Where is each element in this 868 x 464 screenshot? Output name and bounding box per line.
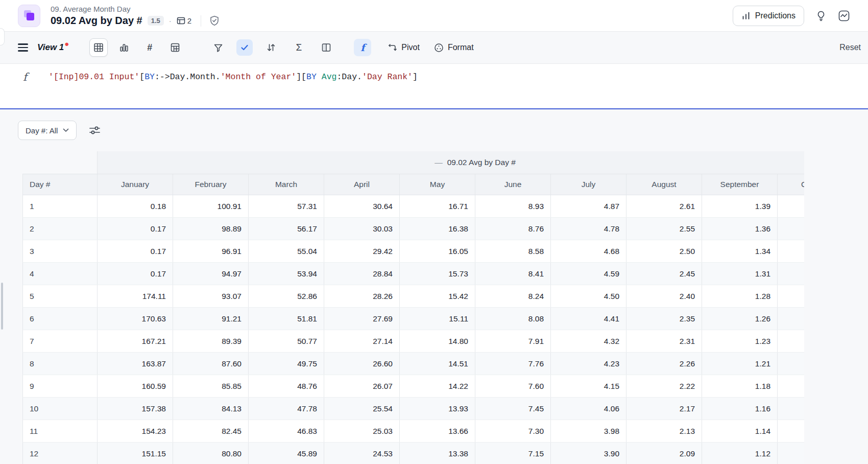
data-cell[interactable]: 1.21 — [702, 353, 778, 375]
data-cell[interactable]: 14.80 — [400, 330, 475, 352]
data-cell[interactable]: 2.35 — [626, 308, 702, 330]
table-view-button[interactable] — [89, 38, 108, 57]
data-cell[interactable]: 2.22 — [626, 375, 702, 397]
data-cell[interactable] — [778, 263, 804, 285]
data-cell[interactable]: 85.85 — [173, 375, 249, 397]
data-cell[interactable]: 4.50 — [551, 285, 626, 307]
data-cell[interactable]: 0.17 — [98, 218, 173, 240]
data-cell[interactable]: 8.41 — [475, 263, 551, 285]
data-cell[interactable]: 4.15 — [551, 375, 626, 397]
data-cell[interactable]: 3.98 — [551, 420, 626, 442]
data-cell[interactable]: 24.53 — [324, 443, 400, 464]
number-view-button[interactable]: # — [140, 38, 159, 57]
row-label-cell[interactable]: 1 — [23, 195, 98, 217]
app-logo[interactable] — [18, 5, 40, 27]
data-cell[interactable]: 7.30 — [475, 420, 551, 442]
formula-text[interactable]: '[Inp]09.01 Input'[BY:->Day.Month.'Month… — [49, 71, 418, 84]
data-cell[interactable]: 26.07 — [324, 375, 400, 397]
data-cell[interactable]: 0.18 — [98, 195, 173, 217]
data-cell[interactable]: 2.40 — [626, 285, 702, 307]
data-cell[interactable]: 2.09 — [626, 443, 702, 464]
data-cell[interactable]: 7.76 — [475, 353, 551, 375]
data-cell[interactable]: 4.68 — [551, 240, 626, 262]
data-cell[interactable]: 15.42 — [400, 285, 475, 307]
row-label-cell[interactable]: 12 — [23, 443, 98, 464]
data-cell[interactable]: 8.24 — [475, 285, 551, 307]
vertical-scrollbar[interactable] — [1, 283, 3, 330]
column-header-day[interactable]: Day # — [23, 174, 98, 195]
data-cell[interactable]: 2.26 — [626, 353, 702, 375]
data-cell[interactable]: 4.78 — [551, 218, 626, 240]
data-cell[interactable]: 15.11 — [400, 308, 475, 330]
data-cell[interactable]: 167.21 — [98, 330, 173, 352]
data-cell[interactable]: 91.21 — [173, 308, 249, 330]
column-header-month[interactable]: April — [324, 174, 400, 195]
data-cell[interactable]: 96.91 — [173, 240, 249, 262]
row-label-cell[interactable]: 9 — [23, 375, 98, 397]
data-cell[interactable] — [778, 218, 804, 240]
data-cell[interactable]: 151.15 — [98, 443, 173, 464]
reset-button[interactable]: Reset — [839, 43, 862, 52]
view-selector[interactable]: View 1● — [37, 42, 69, 53]
tune-sliders-icon[interactable] — [89, 125, 101, 136]
column-header-month[interactable]: September — [702, 174, 778, 195]
data-cell[interactable]: 27.14 — [324, 330, 400, 352]
column-header-month[interactable]: January — [98, 174, 173, 195]
data-cell[interactable]: 1.39 — [702, 195, 778, 217]
data-cell[interactable]: 50.77 — [249, 330, 324, 352]
data-cell[interactable]: 4.06 — [551, 398, 626, 420]
data-cell[interactable]: 30.03 — [324, 218, 400, 240]
column-header-month[interactable]: August — [626, 174, 702, 195]
data-cell[interactable]: 4.59 — [551, 263, 626, 285]
row-label-cell[interactable]: 3 — [23, 240, 98, 262]
data-cell[interactable]: 45.89 — [249, 443, 324, 464]
data-cell[interactable] — [778, 240, 804, 262]
data-cell[interactable]: 2.61 — [626, 195, 702, 217]
applied-check-icon[interactable] — [236, 39, 253, 56]
data-cell[interactable]: 46.83 — [249, 420, 324, 442]
row-label-cell[interactable]: 2 — [23, 218, 98, 240]
data-cell[interactable]: 25.54 — [324, 398, 400, 420]
activity-icon[interactable] — [838, 10, 850, 22]
data-cell[interactable]: 87.60 — [173, 353, 249, 375]
data-cell[interactable] — [778, 398, 804, 420]
column-header-month[interactable]: May — [400, 174, 475, 195]
data-cell[interactable]: 7.45 — [475, 398, 551, 420]
data-cell[interactable]: 157.38 — [98, 398, 173, 420]
column-header-month[interactable]: February — [173, 174, 249, 195]
data-cell[interactable]: 1.12 — [702, 443, 778, 464]
data-cell[interactable] — [778, 285, 804, 307]
data-cell[interactable]: 93.07 — [173, 285, 249, 307]
data-cell[interactable]: 2.13 — [626, 420, 702, 442]
data-cell[interactable] — [778, 443, 804, 464]
data-cell[interactable]: 15.73 — [400, 263, 475, 285]
row-label-cell[interactable]: 8 — [23, 353, 98, 375]
data-cell[interactable]: 1.34 — [702, 240, 778, 262]
column-header-month[interactable]: March — [249, 174, 324, 195]
column-header-month[interactable]: October — [778, 174, 804, 195]
data-cell[interactable]: 55.04 — [249, 240, 324, 262]
data-cell[interactable]: 14.22 — [400, 375, 475, 397]
row-label-cell[interactable]: 10 — [23, 398, 98, 420]
data-cell[interactable] — [778, 420, 804, 442]
data-cell[interactable]: 1.31 — [702, 263, 778, 285]
data-cell[interactable]: 48.76 — [249, 375, 324, 397]
data-cell[interactable]: 2.31 — [626, 330, 702, 352]
sort-icon[interactable] — [262, 38, 280, 57]
data-cell[interactable]: 163.87 — [98, 353, 173, 375]
data-cell[interactable]: 1.14 — [702, 420, 778, 442]
data-cell[interactable]: 26.60 — [324, 353, 400, 375]
data-cell[interactable]: 52.86 — [249, 285, 324, 307]
data-cell[interactable]: 4.23 — [551, 353, 626, 375]
column-header-month[interactable]: June — [475, 174, 551, 195]
data-cell[interactable]: 100.91 — [173, 195, 249, 217]
data-cell[interactable]: 49.75 — [249, 353, 324, 375]
data-cell[interactable]: 13.93 — [400, 398, 475, 420]
filter-icon[interactable] — [209, 38, 227, 57]
data-cell[interactable]: 80.80 — [173, 443, 249, 464]
data-cell[interactable] — [778, 308, 804, 330]
data-cell[interactable]: 16.71 — [400, 195, 475, 217]
data-cell[interactable]: 28.84 — [324, 263, 400, 285]
data-cell[interactable]: 47.78 — [249, 398, 324, 420]
data-cell[interactable]: 13.66 — [400, 420, 475, 442]
